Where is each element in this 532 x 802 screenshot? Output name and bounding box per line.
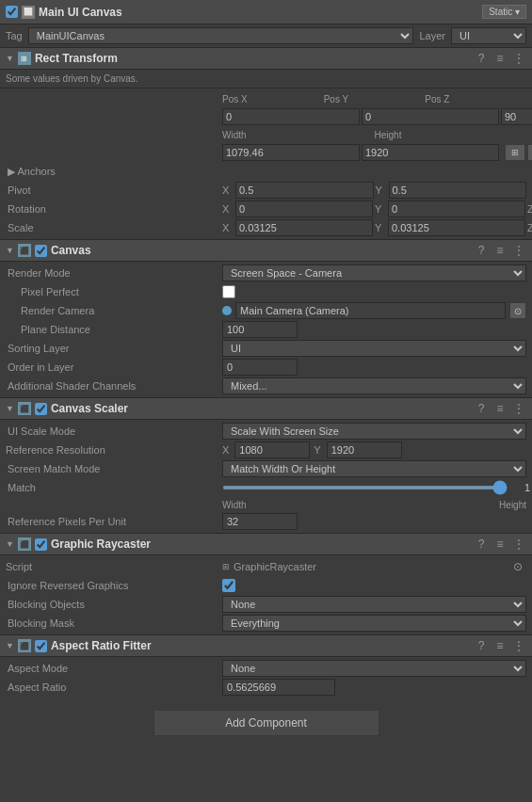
ref-res-y-label: Y bbox=[314, 444, 320, 456]
anchors-arrow[interactable]: ▶ bbox=[8, 166, 15, 177]
rect-settings-icon[interactable]: ≡ bbox=[492, 52, 508, 65]
pivot-y-input[interactable] bbox=[389, 182, 527, 199]
additional-shader-select[interactable]: Mixed... bbox=[222, 377, 526, 394]
canvas-more-icon[interactable]: ⋮ bbox=[511, 244, 526, 257]
layer-select[interactable]: UI bbox=[451, 27, 526, 44]
blocking-mask-row: Blocking Mask Everything bbox=[0, 614, 532, 633]
ref-pixels-input[interactable] bbox=[222, 513, 298, 530]
order-in-layer-label: Order in Layer bbox=[6, 361, 222, 373]
ref-res-y-input[interactable] bbox=[327, 441, 402, 458]
blueprint-button[interactable]: ⊞ bbox=[505, 144, 525, 161]
blocking-objects-select[interactable]: None bbox=[222, 596, 526, 613]
additional-shader-label: Additional Shader Channels bbox=[6, 380, 222, 392]
aspect-ratio-fitter-arrow[interactable]: ▼ bbox=[6, 641, 14, 650]
sorting-layer-select[interactable]: UI bbox=[222, 340, 526, 357]
match-label-row: Match 1 bbox=[0, 478, 532, 497]
screen-match-mode-label: Screen Match Mode bbox=[6, 463, 222, 474]
rect-more-icon[interactable]: ⋮ bbox=[511, 52, 526, 65]
scaler-help-icon[interactable]: ? bbox=[474, 402, 489, 415]
ui-scale-mode-label: UI Scale Mode bbox=[6, 425, 222, 437]
rot-x-input[interactable] bbox=[235, 200, 373, 217]
aspect-ratio-row: Aspect Ratio bbox=[0, 678, 532, 697]
layer-label: Layer bbox=[419, 30, 445, 41]
canvas-scaler-title: Canvas Scaler bbox=[51, 402, 474, 415]
canvas-settings-icon[interactable]: ≡ bbox=[492, 244, 508, 257]
raycaster-settings-icon[interactable]: ≡ bbox=[492, 537, 508, 551]
fitter-help-icon[interactable]: ? bbox=[474, 639, 489, 652]
ref-pixels-row: Reference Pixels Per Unit bbox=[0, 512, 532, 531]
pivot-x-input[interactable] bbox=[235, 182, 374, 199]
canvas-active-checkbox[interactable] bbox=[35, 245, 47, 257]
static-button[interactable]: Static ▾ bbox=[482, 5, 526, 19]
render-mode-row: Render Mode Screen Space - Camera bbox=[0, 264, 532, 282]
pivot-x-label: X bbox=[222, 184, 234, 196]
fitter-settings-icon[interactable]: ≡ bbox=[492, 639, 508, 652]
header-bar: ⬜ Main UI Canvas Static ▾ bbox=[0, 0, 532, 24]
sorting-layer-label: Sorting Layer bbox=[6, 343, 222, 354]
render-mode-select[interactable]: Screen Space - Camera bbox=[222, 265, 526, 281]
rot-y-input[interactable] bbox=[388, 200, 525, 217]
canvas-scaler-arrow[interactable]: ▼ bbox=[6, 404, 14, 413]
width-input[interactable] bbox=[222, 144, 360, 161]
anchors-label: ▶ Anchors bbox=[6, 166, 222, 178]
pos-x-input[interactable] bbox=[222, 108, 360, 125]
render-camera-select-btn[interactable]: ⊙ bbox=[509, 302, 526, 319]
scale-x-input[interactable] bbox=[235, 219, 373, 236]
pixel-perfect-checkbox[interactable] bbox=[222, 285, 235, 298]
order-in-layer-row: Order in Layer bbox=[0, 358, 532, 377]
raycaster-help-icon[interactable]: ? bbox=[474, 537, 489, 551]
rect-transform-arrow[interactable]: ▼ bbox=[6, 54, 14, 63]
canvas-scaler-active-checkbox[interactable] bbox=[35, 403, 47, 415]
height-input[interactable] bbox=[362, 144, 499, 161]
rect-help-icon[interactable]: ? bbox=[474, 52, 489, 65]
raycaster-more-icon[interactable]: ⋮ bbox=[511, 537, 526, 551]
aspect-ratio-label: Aspect Ratio bbox=[6, 682, 222, 693]
blocking-objects-row: Blocking Objects None bbox=[0, 595, 532, 614]
tag-select[interactable]: MainUICanvas bbox=[28, 27, 414, 44]
plane-distance-row: Plane Distance bbox=[0, 320, 532, 339]
fitter-more-icon[interactable]: ⋮ bbox=[511, 639, 526, 652]
scale-y-input[interactable] bbox=[388, 219, 525, 236]
ref-res-x-input[interactable] bbox=[234, 441, 310, 458]
aspect-mode-row: Aspect Mode None bbox=[0, 659, 532, 678]
scaler-settings-icon[interactable]: ≡ bbox=[492, 402, 508, 415]
graphic-raycaster-body: Script ⊞ GraphicRaycaster ⊙ Ignore Rever… bbox=[0, 555, 532, 634]
canvas-section-icons: ? ≡ ⋮ bbox=[474, 244, 526, 257]
aspect-ratio-fitter-title: Aspect Ratio Fitter bbox=[51, 639, 474, 652]
script-link-button[interactable]: ⊙ bbox=[509, 558, 526, 575]
render-mode-label: Render Mode bbox=[6, 267, 222, 279]
render-camera-input[interactable] bbox=[235, 302, 506, 319]
blocking-mask-select[interactable]: Everything bbox=[222, 615, 526, 632]
ui-scale-mode-select[interactable]: Scale With Screen Size bbox=[222, 423, 526, 440]
canvas-arrow[interactable]: ▼ bbox=[6, 246, 14, 255]
aspect-ratio-fitter-active-checkbox[interactable] bbox=[35, 640, 47, 652]
render-camera-row: Render Camera ⊙ bbox=[0, 301, 532, 320]
scaler-more-icon[interactable]: ⋮ bbox=[511, 402, 526, 415]
object-active-checkbox[interactable] bbox=[6, 6, 18, 18]
add-component-button[interactable]: Add Component bbox=[153, 710, 379, 736]
width-label: Width bbox=[222, 130, 375, 140]
canvas-scaler-icons: ? ≡ ⋮ bbox=[474, 402, 526, 415]
ignore-reversed-checkbox[interactable] bbox=[222, 579, 235, 592]
aspect-ratio-input[interactable] bbox=[222, 679, 335, 696]
add-component-row: Add Component bbox=[0, 698, 532, 747]
aspect-ratio-fitter-body: Aspect Mode None Aspect Ratio bbox=[0, 657, 532, 698]
graphic-raycaster-arrow[interactable]: ▼ bbox=[6, 539, 14, 549]
script-value-container: ⊞ GraphicRaycaster ⊙ bbox=[222, 558, 526, 575]
pos-values-row bbox=[0, 107, 532, 126]
aspect-mode-select[interactable]: None bbox=[222, 660, 526, 677]
plane-distance-input[interactable] bbox=[222, 321, 298, 338]
pos-z-input[interactable] bbox=[501, 108, 532, 125]
canvas-help-icon[interactable]: ? bbox=[474, 244, 489, 257]
r-button[interactable]: R bbox=[527, 144, 532, 161]
match-height-label: Height bbox=[499, 500, 526, 510]
order-in-layer-input[interactable] bbox=[222, 359, 298, 376]
graphic-raycaster-active-checkbox[interactable] bbox=[35, 538, 47, 551]
script-row: Script ⊞ GraphicRaycaster ⊙ bbox=[0, 557, 532, 576]
ref-res-x-label: X bbox=[222, 444, 229, 456]
match-slider[interactable] bbox=[222, 486, 508, 489]
screen-match-mode-select[interactable]: Match Width Or Height bbox=[222, 460, 526, 477]
scale-label: Scale bbox=[6, 222, 34, 233]
script-prefix-icon: ⊞ bbox=[222, 562, 230, 571]
pos-y-input[interactable] bbox=[362, 108, 499, 125]
